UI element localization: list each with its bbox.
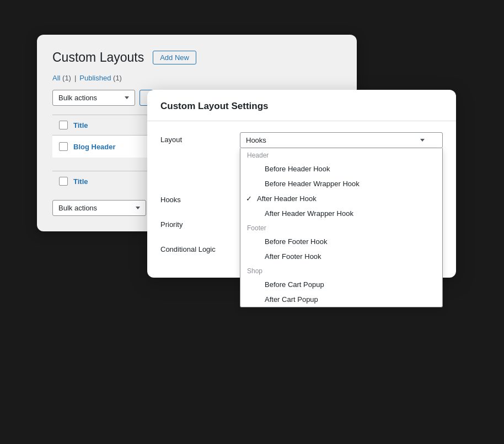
footer-group-label: Footer: [240, 221, 442, 234]
select-all-checkbox[interactable]: [59, 121, 68, 129]
check-icon: [254, 180, 261, 188]
shop-group-label: Shop: [240, 264, 442, 277]
hooks-dropdown: Header Before Header Hook Before Header …: [240, 148, 443, 307]
after-cart-popup-item[interactable]: After Cart Popup: [240, 292, 442, 307]
check-icon: [254, 209, 261, 218]
row-checkbox[interactable]: [59, 142, 68, 151]
layout-select-wrapper: Hooks Header Before Header Hook Before H: [240, 132, 443, 148]
title-column-header: Title: [73, 121, 88, 129]
check-icon: [254, 280, 261, 289]
check-mark-icon: ✓: [246, 194, 254, 203]
priority-label: Priority: [160, 217, 227, 229]
check-icon: [254, 165, 261, 173]
after-header-hook-item[interactable]: ✓ After Header Hook: [240, 191, 442, 206]
settings-card: Custom Layout Settings Layout Hooks Head…: [147, 90, 456, 278]
footer-title-column-header: Title: [73, 177, 88, 186]
add-new-button[interactable]: Add New: [153, 51, 196, 64]
row-title-link[interactable]: Blog Header: [73, 143, 116, 151]
hooks-label: Hooks: [160, 192, 227, 204]
filter-published-link[interactable]: Published (1): [79, 74, 122, 82]
after-footer-hook-item[interactable]: After Footer Hook: [240, 249, 442, 264]
filter-all-link[interactable]: All (1): [52, 74, 71, 82]
check-icon: [254, 252, 261, 261]
layout-chevron-icon: [420, 139, 425, 142]
page-title: Custom Layouts: [52, 50, 144, 65]
filter-separator: |: [74, 74, 76, 82]
settings-card-title: Custom Layout Settings: [160, 101, 443, 112]
filter-links-row: All (1) | Published (1): [52, 74, 341, 82]
conditional-logic-label: Conditional Logic: [160, 242, 227, 253]
before-footer-hook-item[interactable]: Before Footer Hook: [240, 234, 442, 249]
check-icon: [254, 295, 261, 304]
bulk-actions-chevron-icon: [125, 96, 129, 99]
bottom-bulk-actions-select[interactable]: Bulk actions: [52, 200, 146, 216]
bulk-actions-select[interactable]: Bulk actions: [52, 90, 135, 106]
settings-card-header: Custom Layout Settings: [147, 90, 456, 121]
before-cart-popup-item[interactable]: Before Cart Popup: [240, 277, 442, 292]
layout-select[interactable]: Hooks: [240, 132, 443, 148]
before-header-wrapper-hook-item[interactable]: Before Header Wrapper Hook: [240, 176, 442, 191]
check-icon: [254, 237, 261, 246]
bottom-bulk-actions-chevron-icon: [136, 207, 140, 209]
layout-row: Layout Hooks Header Before Header Hook: [160, 132, 443, 148]
footer-select-all-checkbox[interactable]: [59, 177, 68, 186]
after-header-wrapper-hook-item[interactable]: After Header Wrapper Hook: [240, 206, 442, 221]
layout-label: Layout: [160, 132, 227, 144]
header-group-label: Header: [240, 148, 442, 161]
before-header-hook-item[interactable]: Before Header Hook: [240, 161, 442, 176]
settings-body: Layout Hooks Header Before Header Hook: [147, 121, 456, 278]
